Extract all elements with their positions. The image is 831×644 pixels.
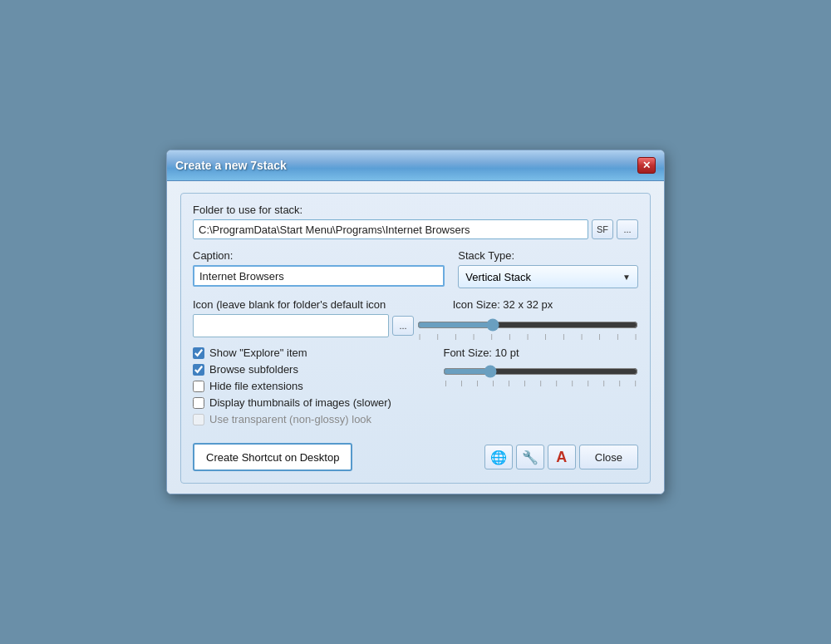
checkbox-row-5: Use transparent (non-glossy) look [193,413,426,425]
display-thumbnails-checkbox[interactable] [193,397,204,409]
font-col: Font Size: 10 pt | | | | | | | | | | | [443,347,638,430]
icon-buttons-group: 🌐 🔧 A Close [484,445,638,469]
create-shortcut-button[interactable]: Create Shortcut on Desktop [193,443,352,471]
icon-size-ticks: | | | | | | | | | | | | | [417,333,638,340]
stacktype-col: Stack Type: Vertical Stack ▼ [458,249,638,288]
ftick-11: | [603,380,605,386]
ftick-4: | [493,380,494,386]
tick-2: | [437,333,439,340]
title-bar: Create a new 7stack ✕ [167,150,664,181]
ftick-8: | [556,380,558,386]
checkbox-row-4: Display thumbnails of images (slower) [193,396,426,409]
checkboxes-col: Show "Explore" item Browse subfolders Hi… [193,347,426,430]
close-button[interactable]: Close [579,445,638,469]
tick-5: | [491,333,493,340]
chevron-down-icon: ▼ [622,273,631,282]
caption-input[interactable] [193,265,445,287]
folder-input[interactable] [193,219,588,239]
tick-8: | [545,333,547,340]
tick-10: | [581,333,583,340]
icon-browse-button[interactable]: ... [392,316,414,336]
stacktype-select[interactable]: Vertical Stack ▼ [458,265,638,288]
caption-label: Caption: [193,249,445,262]
display-thumbnails-label: Display thumbnails of images (slower) [209,396,391,409]
wrench-icon: 🔧 [522,450,538,465]
browse-folder-button[interactable]: ... [617,219,638,239]
icon-labels-row: Icon (leave blank for folder's default i… [193,298,638,311]
ftick-12: | [619,380,621,386]
globe-button[interactable]: 🌐 [484,445,513,469]
main-dialog: Create a new 7stack ✕ Folder to use for … [166,150,665,494]
icon-input-area: ... [193,314,414,337]
stacktype-label: Stack Type: [458,249,638,262]
globe-icon: 🌐 [490,450,507,465]
checkbox-row-3: Hide file extensions [193,380,426,392]
ftick-9: | [572,380,573,386]
hide-extensions-checkbox[interactable] [193,381,204,392]
tick-7: | [527,333,529,340]
wrench-button[interactable]: 🔧 [516,445,544,469]
transparent-look-checkbox[interactable] [193,414,204,425]
paint-button[interactable]: A [548,445,576,469]
font-size-label: Font Size: 10 pt [443,347,638,359]
icon-size-label: Icon Size: 32 x 32 px [453,298,638,311]
paint-icon: A [556,449,567,466]
icon-size-slider[interactable] [417,317,638,332]
tick-11: | [599,333,601,340]
font-size-slider[interactable] [443,364,638,379]
sf-button[interactable]: SF [592,219,613,239]
transparent-look-label: Use transparent (non-glossy) look [209,413,371,425]
browse-subfolders-label: Browse subfolders [209,363,298,376]
icon-label: Icon (leave blank for folder's default i… [193,298,453,311]
dialog-title: Create a new 7stack [175,159,287,172]
ftick-2: | [460,380,462,386]
checkbox-row-2: Browse subfolders [193,363,426,376]
tick-3: | [455,333,456,340]
folder-row: SF ... [193,219,638,239]
font-size-ticks: | | | | | | | | | | | | | [443,380,638,386]
ftick-6: | [524,380,526,386]
stacktype-value: Vertical Stack [465,271,531,283]
ftick-13: | [635,380,637,386]
ftick-3: | [477,380,479,386]
inner-panel: Folder to use for stack: SF ... Caption:… [180,193,651,484]
icon-row-inner: ... | | | | | | | | [193,314,638,340]
ftick-7: | [540,380,542,386]
icon-size-slider-area: | | | | | | | | | | | | | [417,314,638,340]
caption-col: Caption: [193,249,445,287]
bottom-action-row: Create Shortcut on Desktop 🌐 🔧 A Close [193,440,638,471]
ftick-1: | [445,380,446,386]
bottom-row: Show "Explore" item Browse subfolders Hi… [193,347,638,430]
tick-6: | [509,333,510,340]
dialog-body: Folder to use for stack: SF ... Caption:… [167,181,664,494]
icon-text-input[interactable] [193,314,389,337]
tick-9: | [563,333,564,340]
caption-stacktype-row: Caption: Stack Type: Vertical Stack ▼ [193,249,638,288]
title-close-button[interactable]: ✕ [637,157,656,174]
tick-13: | [635,333,637,340]
icon-size-slider-wrapper: | | | | | | | | | | | | | [417,314,638,340]
folder-label: Folder to use for stack: [193,204,638,216]
tick-12: | [617,333,618,340]
tick-4: | [473,333,475,340]
checkbox-row-1: Show "Explore" item [193,347,426,359]
hide-extensions-label: Hide file extensions [209,380,303,392]
browse-subfolders-checkbox[interactable] [193,364,204,376]
ftick-5: | [509,380,510,386]
tick-1: | [419,333,420,340]
show-explore-label: Show "Explore" item [209,347,307,359]
ftick-10: | [588,380,589,386]
show-explore-checkbox[interactable] [193,347,204,359]
